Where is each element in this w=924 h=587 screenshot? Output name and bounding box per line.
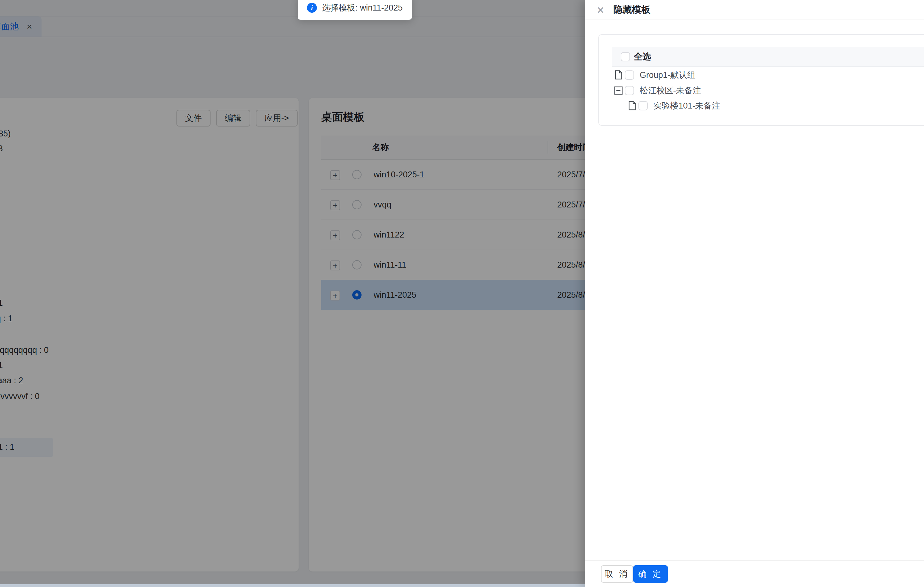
- tree-checkbox[interactable]: [639, 101, 648, 110]
- info-icon: i: [307, 3, 317, 13]
- toast-message: i 选择模板: win11-2025: [298, 0, 412, 20]
- tree-item-label: 松江校区-未备注: [640, 83, 701, 98]
- tree-item-songjiang[interactable]: 松江校区-未备注: [599, 83, 924, 98]
- tree-checkbox[interactable]: [625, 70, 634, 80]
- hidden-template-drawer: × 隐藏模板 全选 Group1-默认组 松江校区-未备注: [585, 0, 924, 587]
- select-all-checkbox[interactable]: [621, 52, 630, 61]
- group-tree-box: 全选 Group1-默认组 松江校区-未备注: [599, 35, 924, 125]
- drawer-header: × 隐藏模板: [585, 0, 924, 20]
- file-icon: [615, 70, 622, 80]
- select-all-row[interactable]: 全选: [612, 47, 924, 67]
- drawer-footer: 取 消 确 定: [585, 560, 924, 587]
- tree-checkbox[interactable]: [625, 86, 634, 95]
- tree-item-label: 实验楼101-未备注: [653, 98, 720, 114]
- tree-item-group1[interactable]: Group1-默认组: [599, 67, 924, 83]
- tree-item-lab101[interactable]: 实验楼101-未备注: [599, 98, 924, 114]
- tree-item-label: Group1-默认组: [640, 67, 695, 83]
- bottom-edge-strip: [0, 584, 585, 587]
- close-icon[interactable]: ×: [597, 4, 604, 16]
- toast-text: 选择模板: win11-2025: [322, 2, 403, 13]
- file-icon: [629, 101, 636, 110]
- screen: 桌面池 × 文件 编辑 应用-> .35) 3 1 q : 1 qqqqqqqq…: [0, 0, 924, 587]
- collapse-icon[interactable]: [614, 86, 623, 95]
- select-all-label: 全选: [634, 47, 651, 66]
- confirm-button[interactable]: 确 定: [633, 565, 668, 583]
- drawer-title: 隐藏模板: [613, 0, 650, 20]
- cancel-button[interactable]: 取 消: [601, 565, 633, 583]
